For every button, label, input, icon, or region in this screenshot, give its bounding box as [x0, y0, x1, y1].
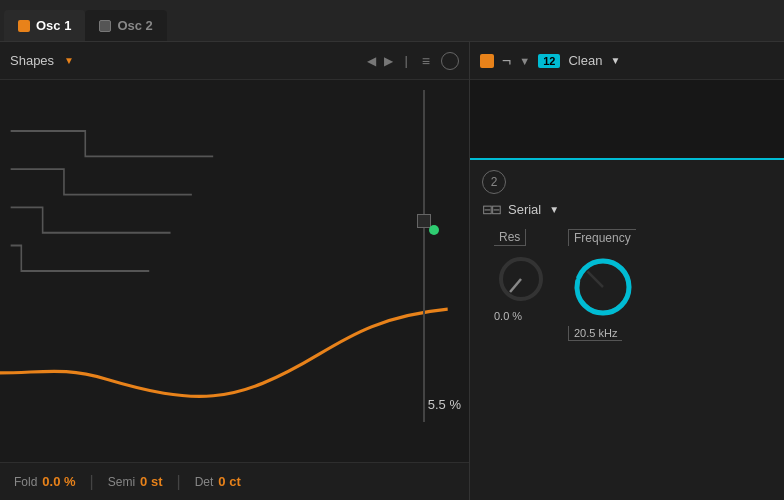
fold-value[interactable]: 0.0 %: [42, 474, 75, 489]
svg-line-5: [587, 271, 603, 287]
semi-label: Semi: [108, 475, 135, 489]
fold-label: Fold: [14, 475, 37, 489]
list-view-button[interactable]: ≡: [419, 51, 433, 71]
res-label: Res: [494, 229, 526, 246]
frequency-knob-group: Frequency: [568, 229, 638, 341]
res-value: 0.0 %: [494, 310, 522, 322]
svg-line-2: [510, 279, 521, 292]
shapes-label: Shapes: [10, 53, 54, 68]
serial-dropdown-arrow[interactable]: ▼: [549, 204, 559, 215]
knobs-row: Res 0.0: [482, 229, 772, 341]
waveform-svg: [0, 80, 469, 462]
semi-value[interactable]: 0 st: [140, 474, 162, 489]
right-panel: ⌐ ▼ 12 Clean ▼ 2 ⊟⊟ Serial: [470, 42, 784, 500]
filter-number-badge: 2: [482, 170, 506, 194]
left-toolbar: Shapes ▼ ◀ ▶ | ≡: [0, 42, 469, 80]
tab-osc1-label: Osc 1: [36, 18, 71, 33]
right-orange-indicator: [480, 54, 494, 68]
slider-track: [423, 90, 425, 422]
osc1-indicator: [18, 20, 30, 32]
filter-section: 2 ⊟⊟ Serial ▼ Res: [470, 160, 784, 351]
det-label: Det: [195, 475, 214, 489]
det-param: Det 0 ct: [195, 474, 241, 489]
det-value[interactable]: 0 ct: [218, 474, 240, 489]
res-knob[interactable]: [494, 252, 548, 306]
right-display: [470, 80, 784, 160]
left-panel: Shapes ▼ ◀ ▶ | ≡: [0, 42, 470, 500]
clean-label: Clean: [568, 53, 602, 68]
num-badge[interactable]: 12: [538, 54, 560, 68]
filter-row: ⊟⊟ Serial ▼: [482, 202, 772, 217]
right-content: 2 ⊟⊟ Serial ▼ Res: [470, 80, 784, 500]
tab-osc2[interactable]: Osc 2: [85, 10, 166, 41]
clean-dropdown-arrow[interactable]: ▼: [610, 55, 620, 66]
next-shape-button[interactable]: ▶: [384, 54, 393, 68]
shapes-dropdown-arrow[interactable]: ▼: [64, 55, 74, 66]
divider-1: |: [90, 473, 94, 491]
divider-2: |: [177, 473, 181, 491]
frequency-label: Frequency: [568, 229, 636, 246]
main-window: Osc 1 Osc 2 Shapes ▼ ◀ ▶ | ≡: [0, 0, 784, 500]
tab-bar: Osc 1 Osc 2: [0, 0, 784, 42]
serial-label: Serial: [508, 202, 541, 217]
fold-param: Fold 0.0 %: [14, 474, 76, 489]
frequency-value: 20.5 kHz: [568, 326, 622, 341]
content-area: Shapes ▼ ◀ ▶ | ≡: [0, 42, 784, 500]
prev-shape-button[interactable]: ◀: [367, 54, 376, 68]
tab-osc2-label: Osc 2: [117, 18, 152, 33]
osc2-indicator: [99, 20, 111, 32]
waveform-area: 5.5 %: [0, 80, 469, 462]
bottom-bar: Fold 0.0 % | Semi 0 st | Det 0 ct: [0, 462, 469, 500]
routing-icon[interactable]: ⌐: [502, 52, 511, 70]
routing-dropdown-arrow[interactable]: ▼: [519, 55, 530, 67]
res-knob-group: Res 0.0: [494, 229, 548, 341]
waveform-percentage-label: 5.5 %: [428, 397, 461, 412]
slider-dot: [429, 225, 439, 235]
right-toolbar: ⌐ ▼ 12 Clean ▼: [470, 42, 784, 80]
semi-param: Semi 0 st: [108, 474, 163, 489]
frequency-knob[interactable]: [568, 252, 638, 322]
serial-routing-icon: ⊟⊟: [482, 202, 500, 217]
tab-osc1[interactable]: Osc 1: [4, 10, 85, 41]
circle-button[interactable]: [441, 52, 459, 70]
